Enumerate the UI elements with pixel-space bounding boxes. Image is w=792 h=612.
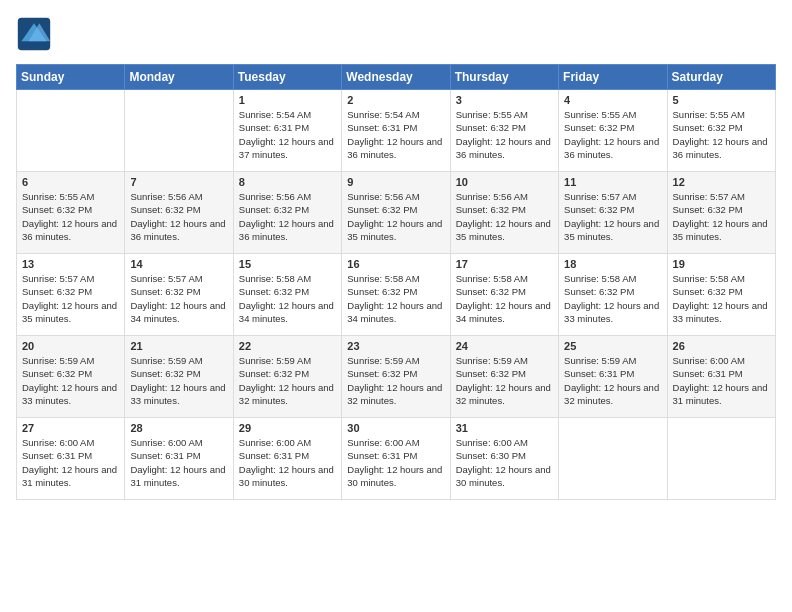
day-number: 6 — [22, 176, 119, 188]
cell-info: Sunrise: 5:58 AM Sunset: 6:32 PM Dayligh… — [673, 272, 770, 325]
day-number: 15 — [239, 258, 336, 270]
calendar-cell: 26Sunrise: 6:00 AM Sunset: 6:31 PM Dayli… — [667, 336, 775, 418]
calendar-cell: 27Sunrise: 6:00 AM Sunset: 6:31 PM Dayli… — [17, 418, 125, 500]
cell-info: Sunrise: 5:55 AM Sunset: 6:32 PM Dayligh… — [673, 108, 770, 161]
cell-info: Sunrise: 5:57 AM Sunset: 6:32 PM Dayligh… — [673, 190, 770, 243]
cell-info: Sunrise: 5:56 AM Sunset: 6:32 PM Dayligh… — [456, 190, 553, 243]
cell-info: Sunrise: 5:55 AM Sunset: 6:32 PM Dayligh… — [564, 108, 661, 161]
weekday-header-tuesday: Tuesday — [233, 65, 341, 90]
day-number: 22 — [239, 340, 336, 352]
day-number: 20 — [22, 340, 119, 352]
day-number: 29 — [239, 422, 336, 434]
page-header — [16, 16, 776, 52]
calendar-week-1: 1Sunrise: 5:54 AM Sunset: 6:31 PM Daylig… — [17, 90, 776, 172]
day-number: 16 — [347, 258, 444, 270]
cell-info: Sunrise: 5:59 AM Sunset: 6:32 PM Dayligh… — [239, 354, 336, 407]
cell-info: Sunrise: 5:57 AM Sunset: 6:32 PM Dayligh… — [564, 190, 661, 243]
calendar-cell: 25Sunrise: 5:59 AM Sunset: 6:31 PM Dayli… — [559, 336, 667, 418]
calendar-cell: 23Sunrise: 5:59 AM Sunset: 6:32 PM Dayli… — [342, 336, 450, 418]
cell-info: Sunrise: 5:55 AM Sunset: 6:32 PM Dayligh… — [22, 190, 119, 243]
calendar-cell: 5Sunrise: 5:55 AM Sunset: 6:32 PM Daylig… — [667, 90, 775, 172]
calendar-cell: 31Sunrise: 6:00 AM Sunset: 6:30 PM Dayli… — [450, 418, 558, 500]
day-number: 3 — [456, 94, 553, 106]
calendar-cell: 9Sunrise: 5:56 AM Sunset: 6:32 PM Daylig… — [342, 172, 450, 254]
calendar-cell: 15Sunrise: 5:58 AM Sunset: 6:32 PM Dayli… — [233, 254, 341, 336]
cell-info: Sunrise: 6:00 AM Sunset: 6:31 PM Dayligh… — [130, 436, 227, 489]
calendar-cell: 2Sunrise: 5:54 AM Sunset: 6:31 PM Daylig… — [342, 90, 450, 172]
cell-info: Sunrise: 5:58 AM Sunset: 6:32 PM Dayligh… — [456, 272, 553, 325]
calendar-week-4: 20Sunrise: 5:59 AM Sunset: 6:32 PM Dayli… — [17, 336, 776, 418]
weekday-header-wednesday: Wednesday — [342, 65, 450, 90]
cell-info: Sunrise: 5:59 AM Sunset: 6:32 PM Dayligh… — [456, 354, 553, 407]
calendar-cell — [125, 90, 233, 172]
day-number: 12 — [673, 176, 770, 188]
cell-info: Sunrise: 6:00 AM Sunset: 6:31 PM Dayligh… — [673, 354, 770, 407]
cell-info: Sunrise: 5:56 AM Sunset: 6:32 PM Dayligh… — [130, 190, 227, 243]
day-number: 21 — [130, 340, 227, 352]
day-number: 9 — [347, 176, 444, 188]
day-number: 8 — [239, 176, 336, 188]
day-number: 26 — [673, 340, 770, 352]
weekday-header-friday: Friday — [559, 65, 667, 90]
day-number: 17 — [456, 258, 553, 270]
day-number: 31 — [456, 422, 553, 434]
day-number: 14 — [130, 258, 227, 270]
day-number: 13 — [22, 258, 119, 270]
calendar-cell: 6Sunrise: 5:55 AM Sunset: 6:32 PM Daylig… — [17, 172, 125, 254]
cell-info: Sunrise: 5:59 AM Sunset: 6:32 PM Dayligh… — [22, 354, 119, 407]
calendar-cell: 10Sunrise: 5:56 AM Sunset: 6:32 PM Dayli… — [450, 172, 558, 254]
cell-info: Sunrise: 5:59 AM Sunset: 6:31 PM Dayligh… — [564, 354, 661, 407]
calendar-cell: 24Sunrise: 5:59 AM Sunset: 6:32 PM Dayli… — [450, 336, 558, 418]
calendar-cell: 28Sunrise: 6:00 AM Sunset: 6:31 PM Dayli… — [125, 418, 233, 500]
calendar-cell: 12Sunrise: 5:57 AM Sunset: 6:32 PM Dayli… — [667, 172, 775, 254]
calendar-week-3: 13Sunrise: 5:57 AM Sunset: 6:32 PM Dayli… — [17, 254, 776, 336]
weekday-header-row: SundayMondayTuesdayWednesdayThursdayFrid… — [17, 65, 776, 90]
logo — [16, 16, 58, 52]
calendar-cell: 20Sunrise: 5:59 AM Sunset: 6:32 PM Dayli… — [17, 336, 125, 418]
calendar-cell: 13Sunrise: 5:57 AM Sunset: 6:32 PM Dayli… — [17, 254, 125, 336]
calendar-cell: 17Sunrise: 5:58 AM Sunset: 6:32 PM Dayli… — [450, 254, 558, 336]
day-number: 23 — [347, 340, 444, 352]
calendar-cell: 3Sunrise: 5:55 AM Sunset: 6:32 PM Daylig… — [450, 90, 558, 172]
calendar-cell: 29Sunrise: 6:00 AM Sunset: 6:31 PM Dayli… — [233, 418, 341, 500]
cell-info: Sunrise: 5:56 AM Sunset: 6:32 PM Dayligh… — [347, 190, 444, 243]
calendar-week-2: 6Sunrise: 5:55 AM Sunset: 6:32 PM Daylig… — [17, 172, 776, 254]
calendar-cell — [17, 90, 125, 172]
day-number: 27 — [22, 422, 119, 434]
calendar-cell: 8Sunrise: 5:56 AM Sunset: 6:32 PM Daylig… — [233, 172, 341, 254]
cell-info: Sunrise: 5:55 AM Sunset: 6:32 PM Dayligh… — [456, 108, 553, 161]
day-number: 7 — [130, 176, 227, 188]
weekday-header-saturday: Saturday — [667, 65, 775, 90]
calendar-cell: 19Sunrise: 5:58 AM Sunset: 6:32 PM Dayli… — [667, 254, 775, 336]
calendar-cell: 18Sunrise: 5:58 AM Sunset: 6:32 PM Dayli… — [559, 254, 667, 336]
cell-info: Sunrise: 5:54 AM Sunset: 6:31 PM Dayligh… — [347, 108, 444, 161]
day-number: 18 — [564, 258, 661, 270]
day-number: 5 — [673, 94, 770, 106]
calendar-cell: 30Sunrise: 6:00 AM Sunset: 6:31 PM Dayli… — [342, 418, 450, 500]
cell-info: Sunrise: 5:58 AM Sunset: 6:32 PM Dayligh… — [347, 272, 444, 325]
calendar-cell: 1Sunrise: 5:54 AM Sunset: 6:31 PM Daylig… — [233, 90, 341, 172]
weekday-header-thursday: Thursday — [450, 65, 558, 90]
day-number: 19 — [673, 258, 770, 270]
calendar-cell: 7Sunrise: 5:56 AM Sunset: 6:32 PM Daylig… — [125, 172, 233, 254]
weekday-header-sunday: Sunday — [17, 65, 125, 90]
calendar-cell: 16Sunrise: 5:58 AM Sunset: 6:32 PM Dayli… — [342, 254, 450, 336]
cell-info: Sunrise: 5:57 AM Sunset: 6:32 PM Dayligh… — [130, 272, 227, 325]
cell-info: Sunrise: 6:00 AM Sunset: 6:31 PM Dayligh… — [239, 436, 336, 489]
day-number: 4 — [564, 94, 661, 106]
calendar-cell — [667, 418, 775, 500]
day-number: 24 — [456, 340, 553, 352]
cell-info: Sunrise: 6:00 AM Sunset: 6:31 PM Dayligh… — [22, 436, 119, 489]
day-number: 25 — [564, 340, 661, 352]
cell-info: Sunrise: 6:00 AM Sunset: 6:31 PM Dayligh… — [347, 436, 444, 489]
cell-info: Sunrise: 5:58 AM Sunset: 6:32 PM Dayligh… — [239, 272, 336, 325]
calendar-cell: 4Sunrise: 5:55 AM Sunset: 6:32 PM Daylig… — [559, 90, 667, 172]
day-number: 2 — [347, 94, 444, 106]
cell-info: Sunrise: 5:57 AM Sunset: 6:32 PM Dayligh… — [22, 272, 119, 325]
cell-info: Sunrise: 5:54 AM Sunset: 6:31 PM Dayligh… — [239, 108, 336, 161]
logo-icon — [16, 16, 52, 52]
day-number: 30 — [347, 422, 444, 434]
calendar-week-5: 27Sunrise: 6:00 AM Sunset: 6:31 PM Dayli… — [17, 418, 776, 500]
calendar-table: SundayMondayTuesdayWednesdayThursdayFrid… — [16, 64, 776, 500]
calendar-cell: 21Sunrise: 5:59 AM Sunset: 6:32 PM Dayli… — [125, 336, 233, 418]
